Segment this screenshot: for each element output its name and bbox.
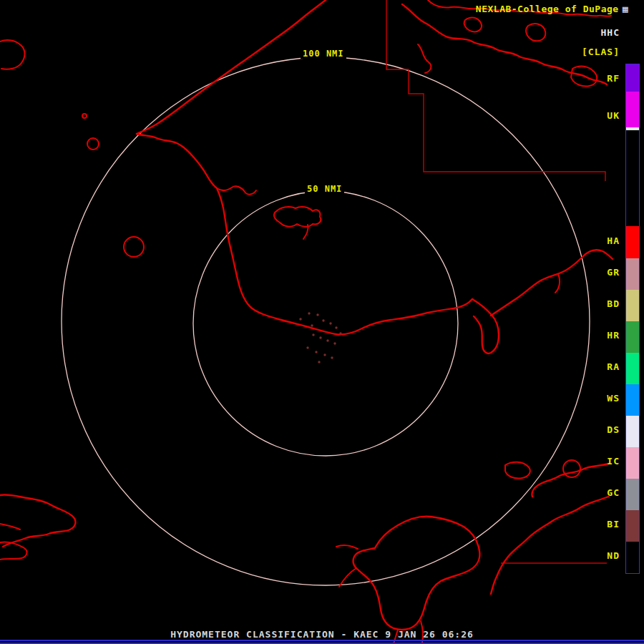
coastline-southwest	[0, 494, 75, 547]
coastline-bottom-tail-d	[336, 545, 358, 549]
islet-tiny	[82, 114, 87, 118]
legend-label-hr: HR	[588, 330, 620, 341]
coastline-peninsula	[472, 299, 499, 353]
coastline-bottom-landmass	[353, 517, 480, 630]
product-title: HYDROMETEOR CLASSIFICATION - KAEC 9 JAN …	[0, 629, 644, 640]
colorbar-segment-gr	[626, 258, 639, 290]
range-ring-100nmi	[62, 57, 590, 585]
legend-label-ra: RA	[588, 361, 620, 373]
coastline-southwest-c	[0, 542, 26, 560]
legend-product-code: HHC	[601, 27, 620, 38]
legend-label-uk: UK	[588, 110, 620, 122]
legend-colorbar	[625, 64, 640, 574]
coastline-southwest-b	[0, 524, 20, 530]
radar-map	[0, 0, 644, 644]
legend-label-rf: RF	[588, 73, 620, 84]
colorbar-segment-bd	[626, 290, 639, 321]
colorbar-segment-ws	[626, 384, 639, 416]
brand-text: NEXLAB-College of DuPage	[476, 4, 619, 14]
legend-label-bi: BI	[588, 519, 620, 530]
coastline-topright-a	[402, 4, 607, 84]
colorbar-segment-bi	[626, 510, 639, 542]
legend-label-gr: GR	[588, 267, 620, 278]
coastline-topright-c	[418, 44, 431, 73]
range-label-100nmi: 100 NMI	[301, 49, 346, 59]
legend-label-ic: IC	[588, 456, 620, 467]
colorbar-segment-ds	[626, 416, 639, 447]
colorbar-segment-rf	[626, 64, 639, 92]
coastline-south-shore	[217, 188, 472, 335]
colorbar-segment-hr	[626, 321, 639, 353]
legend-label-ds: DS	[588, 424, 620, 436]
legend-label-gc: GC	[588, 487, 620, 499]
footer-divider-top	[0, 640, 644, 641]
colorbar-segment-gc	[626, 479, 639, 510]
islet-east	[563, 460, 580, 477]
zone-boundary	[386, 0, 605, 181]
coastline-bay	[274, 207, 321, 227]
coastline-spur	[555, 274, 560, 293]
coastline-northwest	[137, 0, 329, 134]
colorbar-segment-uk	[626, 92, 639, 127]
legend-label-nd: ND	[588, 550, 620, 562]
legend-label-bd: BD	[588, 298, 620, 310]
colorbar-segment-gap	[626, 130, 639, 226]
colorbar-segment-ha	[626, 226, 639, 258]
island-topright-b	[526, 24, 545, 41]
radar-display: 100 NMI 50 NMI NEXLAB-College of DuPage▦…	[0, 0, 644, 644]
brand: NEXLAB-College of DuPage▦	[476, 4, 628, 15]
islet-medium	[124, 237, 144, 257]
colorbar-segment-ra	[626, 353, 639, 384]
radar-echoes	[299, 312, 341, 363]
legend-label-ha: HA	[588, 235, 620, 247]
island-topleft	[0, 40, 25, 69]
colorbar-segment-ic	[626, 447, 639, 479]
coastline-west	[137, 134, 217, 188]
islet-small	[87, 138, 99, 150]
island-topright-a	[464, 18, 482, 32]
legend-label-ws: WS	[588, 393, 620, 404]
range-ring-50nmi	[193, 191, 458, 456]
island-southeast	[505, 462, 530, 479]
legend-product-class: [CLAS]	[582, 47, 620, 57]
range-label-50nmi: 50 NMI	[305, 184, 344, 194]
coastline-inlet	[217, 186, 256, 194]
colorbar-segment-nd	[626, 542, 639, 573]
weather-logo-icon: ▦	[623, 4, 628, 14]
